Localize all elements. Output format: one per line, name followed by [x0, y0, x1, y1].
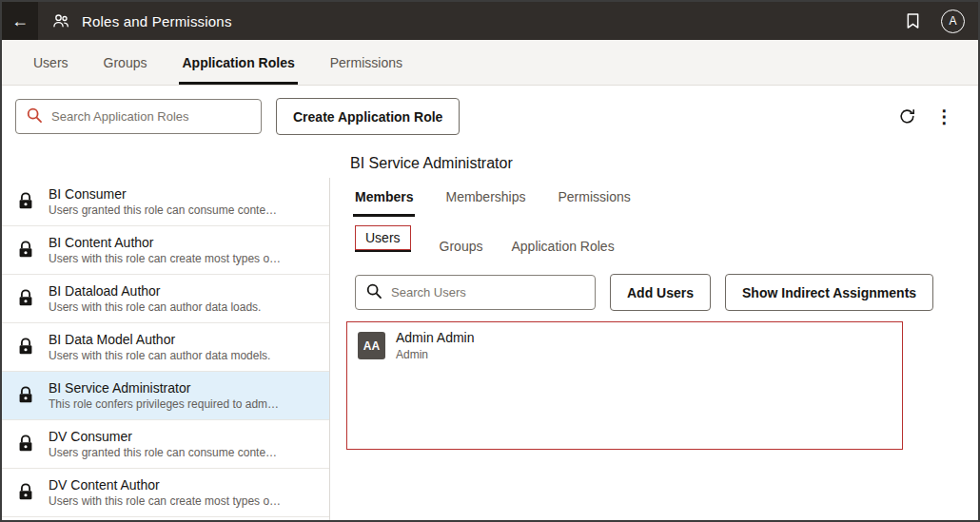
toolbar-right: ⋮ — [898, 107, 967, 126]
role-list-item-bi-data-model-author[interactable]: BI Data Model Author Users with this rol… — [2, 323, 329, 372]
app-header: ← Roles and Permissions A — [2, 2, 978, 40]
search-users-input[interactable] — [391, 285, 585, 300]
lock-icon — [14, 240, 37, 261]
role-text: BI Service Administrator This role confe… — [49, 380, 286, 411]
back-arrow-icon: ← — [11, 11, 29, 31]
show-indirect-assignments-button[interactable]: Show Indirect Assignments — [725, 274, 933, 311]
member-row-admin[interactable]: AA Admin Admin Admin — [358, 330, 892, 361]
role-name: BI Dataload Author — [49, 283, 261, 299]
add-users-button[interactable]: Add Users — [610, 274, 711, 311]
roles-people-icon — [51, 11, 70, 30]
role-list-item-dv-content-author[interactable]: DV Content Author Users with this role c… — [2, 469, 329, 517]
role-description: Users with this role can create most typ… — [49, 252, 281, 265]
role-detail-panel: Members Memberships Permissions Users Gr… — [330, 178, 978, 520]
tab-groups[interactable]: Groups — [104, 40, 147, 85]
role-text: DV Consumer Users granted this role can … — [49, 429, 284, 459]
member-subtitle: Admin — [396, 348, 474, 361]
role-name: DV Consumer — [49, 429, 277, 444]
tab-users[interactable]: Users — [33, 40, 69, 85]
search-icon — [365, 282, 382, 303]
roles-permissions-window: ← Roles and Permissions A Users Groups A… — [0, 0, 980, 522]
role-list-item-dv-consumer[interactable]: DV Consumer Users granted this role can … — [2, 420, 329, 469]
subtab-groups[interactable]: Groups — [440, 230, 483, 254]
member-text: Admin Admin Admin — [396, 330, 474, 361]
role-text: BI Data Model Author Users with this rol… — [49, 332, 278, 362]
role-text: BI Content Author Users with this role c… — [49, 235, 288, 265]
application-roles-list: BI Consumer Users granted this role can … — [2, 178, 330, 520]
avatar-initial: A — [949, 14, 956, 28]
role-description: Users with this role can author data loa… — [49, 300, 261, 314]
search-icon — [26, 106, 43, 127]
role-text: BI Dataload Author Users with this role … — [49, 283, 268, 314]
role-name: BI Content Author — [49, 235, 281, 250]
role-description: Users with this role can author data mod… — [49, 349, 270, 362]
subtab-users-wrapper: Users — [355, 230, 411, 252]
role-text: DV Content Author Users with this role c… — [49, 477, 288, 508]
role-description: This role confers privileges required to… — [49, 397, 279, 411]
back-button[interactable]: ← — [2, 2, 38, 40]
search-users-box[interactable] — [355, 275, 596, 310]
lock-icon — [14, 385, 37, 406]
members-subtab-bar: Users Groups Application Roles — [355, 230, 978, 254]
role-name: BI Data Model Author — [49, 332, 270, 347]
refresh-icon[interactable] — [898, 107, 916, 126]
tab-members[interactable]: Members — [355, 189, 413, 217]
member-avatar: AA — [358, 332, 385, 359]
members-toolbar: Add Users Show Indirect Assignments — [355, 274, 978, 311]
role-description: Users granted this role can consume cont… — [49, 446, 277, 459]
selected-role-title: BI Service Administrator — [2, 145, 978, 178]
member-initials: AA — [363, 339, 380, 353]
lock-icon — [14, 288, 37, 309]
bookmark-icon[interactable] — [906, 12, 920, 29]
lock-icon — [14, 191, 37, 212]
overflow-menu-icon[interactable]: ⋮ — [935, 107, 953, 126]
subtab-users[interactable]: Users — [355, 225, 411, 250]
main-content: BI Consumer Users granted this role can … — [2, 178, 978, 520]
lock-icon — [14, 482, 37, 503]
search-application-roles-box[interactable] — [15, 99, 262, 134]
role-name: DV Content Author — [49, 477, 281, 493]
role-name: BI Service Administrator — [49, 380, 279, 396]
role-description: Users with this role can create most typ… — [49, 494, 281, 508]
lock-icon — [14, 434, 37, 454]
primary-tab-bar: Users Groups Application Roles Permissio… — [2, 40, 978, 86]
tab-detail-permissions[interactable]: Permissions — [559, 189, 631, 217]
role-list-item-bi-consumer[interactable]: BI Consumer Users granted this role can … — [2, 178, 329, 226]
toolbar: Create Application Role ⋮ — [2, 86, 978, 145]
subtab-application-roles[interactable]: Application Roles — [511, 230, 614, 254]
detail-tab-bar: Members Memberships Permissions — [355, 189, 978, 217]
lock-icon — [14, 337, 37, 358]
search-application-roles-input[interactable] — [51, 109, 251, 124]
role-list-item-bi-dataload-author[interactable]: BI Dataload Author Users with this role … — [2, 275, 329, 323]
page-title: Roles and Permissions — [82, 13, 232, 29]
role-name: BI Consumer — [49, 186, 277, 202]
role-list-item-bi-service-administrator[interactable]: BI Service Administrator This role confe… — [2, 372, 329, 420]
members-list-highlighted: AA Admin Admin Admin — [346, 321, 903, 450]
role-description: Users granted this role can consume cont… — [49, 203, 277, 217]
user-avatar[interactable]: A — [941, 10, 965, 33]
create-application-role-button[interactable]: Create Application Role — [276, 98, 460, 135]
role-text: BI Consumer Users granted this role can … — [49, 186, 284, 217]
tab-application-roles[interactable]: Application Roles — [182, 40, 294, 85]
member-name: Admin Admin — [396, 330, 474, 345]
tab-memberships[interactable]: Memberships — [445, 189, 525, 217]
role-list-item-bi-content-author[interactable]: BI Content Author Users with this role c… — [2, 226, 329, 275]
tab-permissions[interactable]: Permissions — [330, 40, 402, 85]
